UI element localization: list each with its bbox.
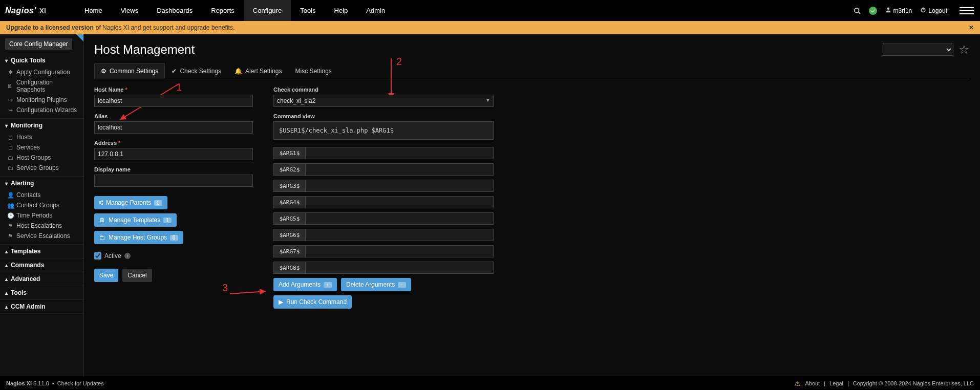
sidebar-section-alerting[interactable]: ▾Alerting	[0, 177, 83, 190]
alias-input[interactable]	[94, 121, 253, 134]
command-view-label: Command view	[273, 113, 494, 119]
sidebar-item-host-groups[interactable]: 🗀Host Groups	[5, 153, 83, 163]
arg-row-4: $ARG4$	[273, 196, 494, 208]
tab-alert-settings[interactable]: 🔔Alert Settings	[228, 63, 288, 79]
arg-row-3: $ARG3$	[273, 180, 494, 192]
sidebar-item-label: Time Periods	[16, 212, 52, 219]
sidebar-section-monitoring[interactable]: ▾Monitoring	[0, 119, 83, 132]
logout-link[interactable]: Logout	[920, 7, 947, 14]
arg-input-5[interactable]	[305, 212, 494, 225]
arg-input-8[interactable]	[305, 262, 494, 274]
close-icon[interactable]: ✕	[969, 24, 974, 31]
chevron-down-icon: ▾	[5, 123, 8, 128]
nav-admin[interactable]: Admin	[357, 0, 394, 21]
file-icon: 🗎	[99, 216, 105, 224]
upgrade-banner: Upgrade to a licensed version of Nagios …	[0, 21, 980, 34]
sidebar-item-label: Configuration Wizards	[16, 106, 77, 114]
sidebar-item-icon: 🗀	[7, 165, 13, 171]
sidebar-section-ccm-admin[interactable]: ▴CCM Admin	[0, 300, 83, 313]
run-check-command-button[interactable]: ▶ Run Check Command	[273, 295, 352, 309]
sidebar-item-label: Hosts	[16, 134, 32, 141]
arg-input-7[interactable]	[305, 245, 494, 257]
alias-label: Alias	[94, 113, 253, 119]
tab-common-settings[interactable]: ⚙Common Settings	[94, 63, 165, 79]
sidebar-item-contacts[interactable]: 👤Contacts	[5, 190, 83, 200]
warning-icon[interactable]: ⚠	[794, 379, 801, 387]
tab-check-settings[interactable]: ✔Check Settings	[165, 63, 228, 79]
sidebar-section-tools[interactable]: ▴Tools	[0, 286, 83, 299]
arg-input-4[interactable]	[305, 196, 494, 208]
sidebar-item-label: Configuration Snapshots	[16, 79, 81, 93]
nav-tools[interactable]: Tools	[291, 0, 325, 21]
manage-parents-button[interactable]: ⑆ Manage Parents 0	[94, 196, 167, 209]
footer: Nagios XI 5.11.0 • Check for Updates ⚠ A…	[0, 376, 980, 390]
nav-views[interactable]: Views	[112, 0, 147, 21]
chevron-up-icon: ▴	[5, 263, 8, 268]
hamburger-icon[interactable]	[960, 4, 974, 18]
user-menu[interactable]: m3rl1n	[885, 7, 912, 14]
sidebar-item-monitoring-plugins[interactable]: ↪Monitoring Plugins	[5, 95, 83, 105]
check-updates-link[interactable]: Check for Updates	[57, 380, 104, 386]
active-checkbox[interactable]	[94, 252, 101, 259]
sidebar-section-label: Commands	[11, 262, 44, 269]
manage-templates-button[interactable]: 🗎 Manage Templates 1	[94, 213, 177, 227]
arg-input-3[interactable]	[305, 180, 494, 192]
about-link[interactable]: About	[805, 380, 820, 386]
display-name-input[interactable]	[94, 175, 253, 187]
legal-link[interactable]: Legal	[829, 380, 843, 386]
display-name-label: Display name	[94, 166, 253, 172]
logo-text: Nagios'	[5, 6, 36, 15]
tab-misc-settings[interactable]: Misc Settings	[288, 63, 338, 79]
manage-host-groups-button[interactable]: 🗀 Manage Host Groups 0	[94, 231, 183, 244]
sidebar-item-apply-configuration[interactable]: ✱Apply Configuration	[5, 67, 83, 77]
sidebar-section-advanced[interactable]: ▴Advanced	[0, 272, 83, 286]
play-icon: ▶	[279, 298, 283, 306]
sidebar-section-commands[interactable]: ▴Commands	[0, 258, 83, 272]
nav-home[interactable]: Home	[75, 0, 112, 21]
nav-reports[interactable]: Reports	[202, 0, 244, 21]
quick-select[interactable]	[882, 44, 953, 56]
sidebar-section-label: Quick Tools	[11, 57, 46, 64]
sidebar-section-label: Alerting	[11, 180, 34, 187]
nav-help[interactable]: Help	[325, 0, 357, 21]
cancel-button[interactable]: Cancel	[122, 269, 152, 282]
sidebar-item-icon: 👥	[7, 202, 13, 209]
sidebar-item-icon: ◻	[7, 134, 13, 141]
sidebar-item-contact-groups[interactable]: 👥Contact Groups	[5, 200, 83, 210]
nav-configure[interactable]: Configure	[244, 0, 291, 21]
sidebar-item-hosts[interactable]: ◻Hosts	[5, 132, 83, 142]
sidebar-item-time-periods[interactable]: 🕑Time Periods	[5, 210, 83, 221]
sidebar-section-templates[interactable]: ▴Templates	[0, 245, 83, 258]
sidebar-item-icon: ⚑	[7, 223, 13, 229]
logo[interactable]: Nagios' XI	[0, 0, 75, 21]
delete-arguments-button[interactable]: Delete Arguments −	[341, 278, 411, 291]
address-input[interactable]	[94, 148, 253, 160]
sidebar-section-quick-tools[interactable]: ▾Quick Tools	[0, 54, 83, 67]
chevron-down-icon: ▾	[5, 58, 8, 63]
sidebar-section-label: Monitoring	[11, 122, 42, 129]
logout-label: Logout	[928, 7, 947, 14]
sidebar-item-configuration-wizards[interactable]: ↪Configuration Wizards	[5, 105, 83, 115]
favorite-icon[interactable]: ☆	[958, 42, 970, 57]
arg-input-2[interactable]	[305, 163, 494, 176]
save-button[interactable]: Save	[94, 269, 118, 282]
host-name-input[interactable]	[94, 95, 253, 107]
search-icon[interactable]	[854, 7, 861, 14]
active-label: Active	[104, 252, 121, 259]
sidebar-item-host-escalations[interactable]: ⚑Host Escalations	[5, 221, 83, 231]
sidebar-item-configuration-snapshots[interactable]: 🗎Configuration Snapshots	[5, 77, 83, 95]
arg-input-6[interactable]	[305, 229, 494, 241]
sidebar-item-service-escalations[interactable]: ⚑Service Escalations	[5, 231, 83, 241]
sidebar-item-label: Monitoring Plugins	[16, 96, 67, 103]
sidebar-item-service-groups[interactable]: 🗀Service Groups	[5, 163, 83, 173]
arg-row-6: $ARG6$	[273, 229, 494, 241]
sidebar-item-icon: ✱	[7, 69, 13, 76]
sidebar-item-services[interactable]: ◻Services	[5, 142, 83, 153]
status-ok-icon[interactable]	[869, 7, 877, 15]
info-icon[interactable]: i	[124, 253, 131, 259]
nav-dashboards[interactable]: Dashboards	[147, 0, 202, 21]
add-arguments-button[interactable]: Add Arguments +	[273, 278, 337, 291]
check-command-select[interactable]: check_xi_sla2	[273, 95, 494, 107]
arg-row-7: $ARG7$	[273, 245, 494, 257]
arg-input-1[interactable]	[305, 147, 494, 159]
